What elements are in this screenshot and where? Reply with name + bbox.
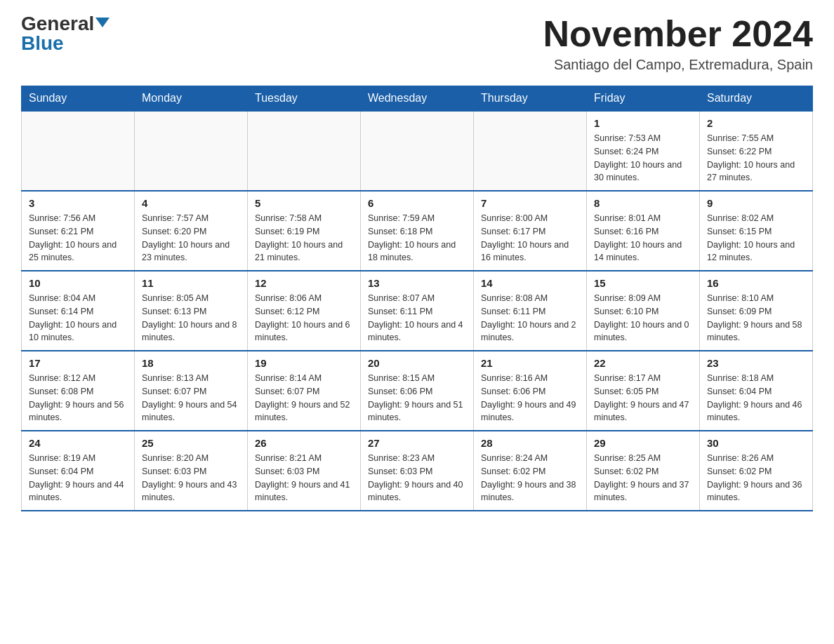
day-number: 23 [707, 357, 805, 369]
day-number: 20 [368, 357, 466, 369]
calendar-cell: 16Sunrise: 8:10 AM Sunset: 6:09 PM Dayli… [700, 271, 813, 351]
calendar-cell: 30Sunrise: 8:26 AM Sunset: 6:02 PM Dayli… [700, 431, 813, 511]
day-number: 21 [481, 357, 579, 369]
calendar-cell: 1Sunrise: 7:53 AM Sunset: 6:24 PM Daylig… [587, 111, 700, 191]
calendar-table: SundayMondayTuesdayWednesdayThursdayFrid… [21, 86, 813, 511]
calendar-cell: 26Sunrise: 8:21 AM Sunset: 6:03 PM Dayli… [248, 431, 361, 511]
day-number: 2 [707, 117, 805, 129]
weekday-header-monday: Monday [135, 86, 248, 112]
weekday-header-thursday: Thursday [474, 86, 587, 112]
day-info: Sunrise: 8:21 AM Sunset: 6:03 PM Dayligh… [255, 452, 353, 504]
day-number: 7 [481, 197, 579, 209]
day-number: 6 [368, 197, 466, 209]
weekday-header-friday: Friday [587, 86, 700, 112]
day-number: 17 [29, 357, 127, 369]
day-info: Sunrise: 8:18 AM Sunset: 6:04 PM Dayligh… [707, 372, 805, 424]
calendar-cell: 18Sunrise: 8:13 AM Sunset: 6:07 PM Dayli… [135, 351, 248, 431]
day-info: Sunrise: 7:55 AM Sunset: 6:22 PM Dayligh… [707, 132, 805, 185]
day-info: Sunrise: 7:57 AM Sunset: 6:20 PM Dayligh… [142, 212, 240, 264]
day-number: 14 [481, 277, 579, 289]
calendar-cell: 14Sunrise: 8:08 AM Sunset: 6:11 PM Dayli… [474, 271, 587, 351]
calendar-cell [361, 111, 474, 191]
calendar-cell: 21Sunrise: 8:16 AM Sunset: 6:06 PM Dayli… [474, 351, 587, 431]
day-info: Sunrise: 8:24 AM Sunset: 6:02 PM Dayligh… [481, 452, 579, 504]
weekday-header-row: SundayMondayTuesdayWednesdayThursdayFrid… [22, 86, 813, 112]
day-info: Sunrise: 8:20 AM Sunset: 6:03 PM Dayligh… [142, 452, 240, 504]
day-number: 28 [481, 437, 579, 449]
calendar-cell: 10Sunrise: 8:04 AM Sunset: 6:14 PM Dayli… [22, 271, 135, 351]
month-title: November 2024 [543, 14, 813, 54]
day-number: 12 [255, 277, 353, 289]
calendar-cell: 12Sunrise: 8:06 AM Sunset: 6:12 PM Dayli… [248, 271, 361, 351]
day-info: Sunrise: 8:02 AM Sunset: 6:15 PM Dayligh… [707, 212, 805, 264]
day-number: 15 [594, 277, 692, 289]
calendar-cell [135, 111, 248, 191]
day-number: 13 [368, 277, 466, 289]
calendar-cell: 8Sunrise: 8:01 AM Sunset: 6:16 PM Daylig… [587, 191, 700, 271]
calendar-cell: 23Sunrise: 8:18 AM Sunset: 6:04 PM Dayli… [700, 351, 813, 431]
day-info: Sunrise: 8:12 AM Sunset: 6:08 PM Dayligh… [29, 372, 127, 424]
logo-general-text: General [21, 14, 94, 34]
day-info: Sunrise: 8:15 AM Sunset: 6:06 PM Dayligh… [368, 372, 466, 424]
calendar-cell: 4Sunrise: 7:57 AM Sunset: 6:20 PM Daylig… [135, 191, 248, 271]
calendar-cell [248, 111, 361, 191]
day-number: 22 [594, 357, 692, 369]
day-info: Sunrise: 8:26 AM Sunset: 6:02 PM Dayligh… [707, 452, 805, 504]
calendar-cell [474, 111, 587, 191]
day-number: 5 [255, 197, 353, 209]
calendar-cell [22, 111, 135, 191]
day-number: 3 [29, 197, 127, 209]
week-row-5: 24Sunrise: 8:19 AM Sunset: 6:04 PM Dayli… [22, 431, 813, 511]
calendar-cell: 5Sunrise: 7:58 AM Sunset: 6:19 PM Daylig… [248, 191, 361, 271]
day-number: 9 [707, 197, 805, 209]
day-info: Sunrise: 8:07 AM Sunset: 6:11 PM Dayligh… [368, 292, 466, 344]
day-info: Sunrise: 7:58 AM Sunset: 6:19 PM Dayligh… [255, 212, 353, 264]
calendar-cell: 13Sunrise: 8:07 AM Sunset: 6:11 PM Dayli… [361, 271, 474, 351]
title-area: November 2024 Santiago del Campo, Extrem… [543, 14, 813, 73]
day-info: Sunrise: 8:05 AM Sunset: 6:13 PM Dayligh… [142, 292, 240, 344]
day-number: 30 [707, 437, 805, 449]
calendar-cell: 11Sunrise: 8:05 AM Sunset: 6:13 PM Dayli… [135, 271, 248, 351]
day-info: Sunrise: 7:53 AM Sunset: 6:24 PM Dayligh… [594, 132, 692, 185]
week-row-3: 10Sunrise: 8:04 AM Sunset: 6:14 PM Dayli… [22, 271, 813, 351]
calendar-cell: 7Sunrise: 8:00 AM Sunset: 6:17 PM Daylig… [474, 191, 587, 271]
calendar-cell: 19Sunrise: 8:14 AM Sunset: 6:07 PM Dayli… [248, 351, 361, 431]
logo-triangle-icon [95, 18, 110, 27]
day-info: Sunrise: 8:25 AM Sunset: 6:02 PM Dayligh… [594, 452, 692, 504]
weekday-header-tuesday: Tuesday [248, 86, 361, 112]
day-number: 11 [142, 277, 240, 289]
day-number: 27 [368, 437, 466, 449]
day-number: 19 [255, 357, 353, 369]
day-number: 16 [707, 277, 805, 289]
logo-blue-text: Blue [21, 32, 64, 54]
day-info: Sunrise: 8:16 AM Sunset: 6:06 PM Dayligh… [481, 372, 579, 424]
week-row-2: 3Sunrise: 7:56 AM Sunset: 6:21 PM Daylig… [22, 191, 813, 271]
day-number: 29 [594, 437, 692, 449]
week-row-1: 1Sunrise: 7:53 AM Sunset: 6:24 PM Daylig… [22, 111, 813, 191]
calendar-cell: 22Sunrise: 8:17 AM Sunset: 6:05 PM Dayli… [587, 351, 700, 431]
calendar-cell: 24Sunrise: 8:19 AM Sunset: 6:04 PM Dayli… [22, 431, 135, 511]
day-number: 8 [594, 197, 692, 209]
calendar-cell: 17Sunrise: 8:12 AM Sunset: 6:08 PM Dayli… [22, 351, 135, 431]
day-number: 25 [142, 437, 240, 449]
day-info: Sunrise: 8:13 AM Sunset: 6:07 PM Dayligh… [142, 372, 240, 424]
weekday-header-sunday: Sunday [22, 86, 135, 112]
calendar-cell: 3Sunrise: 7:56 AM Sunset: 6:21 PM Daylig… [22, 191, 135, 271]
day-number: 4 [142, 197, 240, 209]
day-info: Sunrise: 8:17 AM Sunset: 6:05 PM Dayligh… [594, 372, 692, 424]
calendar-cell: 28Sunrise: 8:24 AM Sunset: 6:02 PM Dayli… [474, 431, 587, 511]
weekday-header-wednesday: Wednesday [361, 86, 474, 112]
day-number: 26 [255, 437, 353, 449]
calendar-cell: 2Sunrise: 7:55 AM Sunset: 6:22 PM Daylig… [700, 111, 813, 191]
day-info: Sunrise: 8:06 AM Sunset: 6:12 PM Dayligh… [255, 292, 353, 344]
day-number: 1 [594, 117, 692, 129]
day-info: Sunrise: 8:00 AM Sunset: 6:17 PM Dayligh… [481, 212, 579, 264]
day-info: Sunrise: 8:01 AM Sunset: 6:16 PM Dayligh… [594, 212, 692, 264]
day-number: 18 [142, 357, 240, 369]
day-info: Sunrise: 8:10 AM Sunset: 6:09 PM Dayligh… [707, 292, 805, 344]
calendar-cell: 6Sunrise: 7:59 AM Sunset: 6:18 PM Daylig… [361, 191, 474, 271]
calendar-cell: 20Sunrise: 8:15 AM Sunset: 6:06 PM Dayli… [361, 351, 474, 431]
calendar-cell: 9Sunrise: 8:02 AM Sunset: 6:15 PM Daylig… [700, 191, 813, 271]
day-info: Sunrise: 7:59 AM Sunset: 6:18 PM Dayligh… [368, 212, 466, 264]
location-title: Santiago del Campo, Extremadura, Spain [543, 57, 813, 73]
